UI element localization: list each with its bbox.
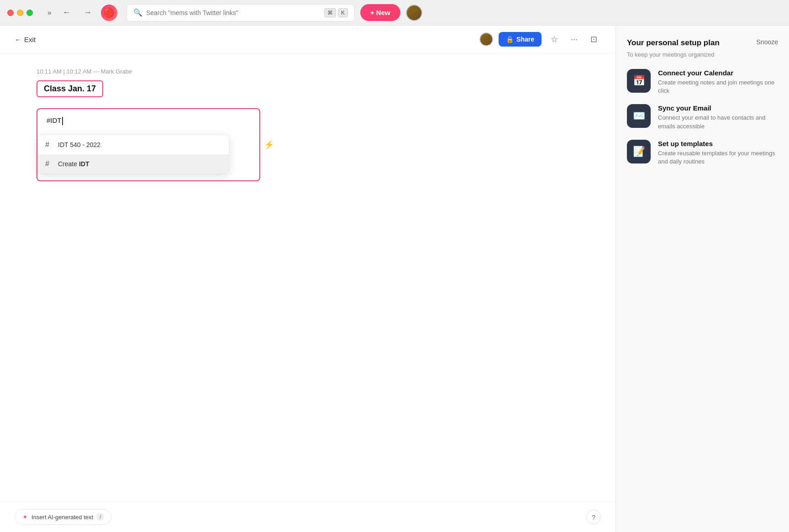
setup-item-templates[interactable]: 📝 Set up templates Create reusable templ… xyxy=(627,140,778,166)
snooze-button[interactable]: Snooze xyxy=(757,38,778,46)
ai-insert-button[interactable]: ✦ Insert AI-generated text / xyxy=(15,509,111,525)
star-icon: ☆ xyxy=(551,34,558,44)
collaborator-avatar xyxy=(479,32,493,46)
app-logo: 🔴 xyxy=(101,5,117,21)
typed-text: #IDT xyxy=(47,116,62,124)
setup-text-email: Sync your Email Connect your email to ha… xyxy=(658,104,778,130)
search-icon: 🔍 xyxy=(133,8,142,17)
close-button[interactable] xyxy=(7,10,14,16)
templates-icon: 📝 xyxy=(627,140,651,163)
search-bar[interactable]: 🔍 ⌘ K xyxy=(126,4,355,21)
new-button[interactable]: + New xyxy=(360,4,400,21)
sidebar-title: Your personal setup plan xyxy=(627,38,720,47)
meta-key: ⌘ xyxy=(324,8,336,17)
editor-bottombar: ✦ Insert AI-generated text / ? xyxy=(0,501,615,532)
templates-emoji: 📝 xyxy=(633,146,645,158)
doc-meta: 10:11 AM | 10:12 AM — Mark Grabe xyxy=(37,68,579,75)
dropdown-label-2: Create IDT xyxy=(58,160,221,168)
ai-button-label: Insert AI-generated text xyxy=(32,514,93,521)
content-area[interactable]: #IDT # IDT 540 - 2022 # Create IDT ⚡ xyxy=(37,108,260,181)
help-icon: ? xyxy=(592,513,595,521)
nav-arrows: » xyxy=(46,7,53,19)
exit-button[interactable]: ← Exit xyxy=(15,36,36,43)
calendar-item-title: Connect your Calendar xyxy=(658,69,778,77)
dropdown-item-1[interactable]: # IDT 540 - 2022 xyxy=(38,135,229,154)
forward-button[interactable]: → xyxy=(80,6,95,19)
calendar-icon: 📅 xyxy=(627,69,651,93)
minimize-button[interactable] xyxy=(17,10,23,16)
lightning-icon: ⚡ xyxy=(264,140,274,150)
panel-toggle-button[interactable]: ⊡ xyxy=(587,32,601,46)
exit-arrow-icon: ← xyxy=(15,36,21,43)
setup-item-calendar[interactable]: 📅 Connect your Calendar Create meeting n… xyxy=(627,69,778,95)
ai-sparkle-icon: ✦ xyxy=(22,513,28,521)
hash-icon-2: # xyxy=(45,160,53,168)
share-button[interactable]: 🔒 Share xyxy=(499,32,542,47)
calendar-item-desc: Create meeting notes and join meetings o… xyxy=(658,79,778,95)
back-button[interactable]: ← xyxy=(59,6,74,19)
email-icon: ✉️ xyxy=(627,104,651,128)
editor-area: ← Exit 🔒 Share ☆ ··· ⊡ xyxy=(0,26,615,532)
tag-dropdown: # IDT 540 - 2022 # Create IDT xyxy=(37,135,229,174)
dropdown-item-2[interactable]: # Create IDT xyxy=(38,154,229,174)
ellipsis-icon: ··· xyxy=(571,35,578,44)
hash-icon-1: # xyxy=(45,141,53,149)
email-item-title: Sync your Email xyxy=(658,104,778,112)
calendar-emoji: 📅 xyxy=(633,75,645,87)
sidebar-subtitle: To keep your meetings organized xyxy=(627,51,778,58)
main-content: ← Exit 🔒 Share ☆ ··· ⊡ xyxy=(0,26,789,532)
keyboard-shortcut: ⌘ K xyxy=(324,8,348,17)
right-sidebar: Your personal setup plan Snooze To keep … xyxy=(615,26,789,532)
k-key: K xyxy=(338,8,348,17)
setup-item-email[interactable]: ✉️ Sync your Email Connect your email to… xyxy=(627,104,778,130)
new-label: + New xyxy=(370,9,390,16)
lock-icon: 🔒 xyxy=(506,36,514,43)
editor-body: 10:11 AM | 10:12 AM — Mark Grabe Class J… xyxy=(0,53,615,501)
content-input[interactable]: #IDT xyxy=(47,116,250,125)
traffic-lights xyxy=(7,10,33,16)
sidebar-header: Your personal setup plan Snooze xyxy=(627,38,778,47)
templates-item-title: Set up templates xyxy=(658,140,778,147)
setup-text-calendar: Connect your Calendar Create meeting not… xyxy=(658,69,778,95)
titlebar: » ← → 🔴 🔍 ⌘ K + New xyxy=(0,0,789,26)
collaborator-avatar-img xyxy=(480,33,492,45)
templates-item-desc: Create reusable templates for your meeti… xyxy=(658,149,778,166)
panel-icon: ⊡ xyxy=(590,34,597,44)
sidebar-toggle-icon[interactable]: » xyxy=(46,7,53,19)
more-options-button[interactable]: ··· xyxy=(567,33,581,46)
editor-topbar: ← Exit 🔒 Share ☆ ··· ⊡ xyxy=(0,26,615,53)
setup-text-templates: Set up templates Create reusable templat… xyxy=(658,140,778,166)
email-item-desc: Connect your email to have contacts and … xyxy=(658,114,778,130)
topbar-actions: 🔒 Share ☆ ··· ⊡ xyxy=(479,32,601,47)
maximize-button[interactable] xyxy=(26,10,33,16)
help-button[interactable]: ? xyxy=(586,510,601,524)
email-emoji: ✉️ xyxy=(633,110,645,122)
exit-label: Exit xyxy=(24,36,36,43)
ai-shortcut-badge: / xyxy=(97,513,104,521)
dropdown-label-1: IDT 540 - 2022 xyxy=(58,141,221,148)
text-cursor xyxy=(62,117,63,125)
avatar-image xyxy=(407,5,421,20)
avatar[interactable] xyxy=(406,5,422,21)
search-input[interactable] xyxy=(146,9,321,16)
share-label: Share xyxy=(516,36,534,43)
doc-title-container: Class Jan. 17 xyxy=(37,80,103,97)
doc-title: Class Jan. 17 xyxy=(44,84,96,93)
star-button[interactable]: ☆ xyxy=(547,32,562,46)
